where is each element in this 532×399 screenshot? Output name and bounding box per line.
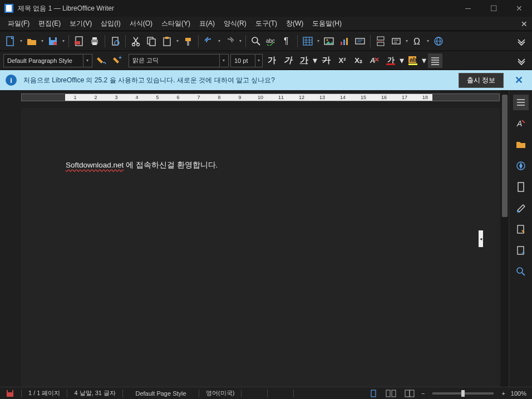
redo-icon[interactable] [223,34,237,48]
word-count-status[interactable]: 4 낱말, 31 글자 [72,389,118,397]
bold-button[interactable]: 가 [264,53,279,68]
manage-changes-icon[interactable] [513,221,529,237]
save-status-icon[interactable] [3,389,17,398]
menu-format[interactable]: 서식(O) [125,17,157,31]
page-panel-icon[interactable] [513,179,529,195]
font-name-input[interactable] [129,57,219,64]
zoom-in-button[interactable]: + [501,390,505,397]
styles-panel-icon[interactable]: A [513,116,529,131]
insert-text-box-icon[interactable] [353,34,367,48]
font-name-combo[interactable]: ▾ [129,54,229,67]
maximize-button[interactable]: ☐ [481,0,506,17]
paragraph-style-combo[interactable]: ▾ [3,54,92,67]
document-text[interactable]: Softdownload.net 에 접속하신걸 환영합니다. [66,160,455,170]
paragraph-style-input[interactable] [4,57,83,64]
save-dropdown[interactable]: ▾ [61,38,66,43]
spellcheck-icon[interactable]: abc [264,34,279,48]
language-status[interactable]: 영어(미국) [204,389,237,397]
insert-hyperlink-icon[interactable] [431,34,446,48]
menu-view[interactable]: 보기(V) [65,17,96,31]
clear-formatting-icon[interactable]: A [367,53,382,68]
menu-styles[interactable]: 스타일(Y) [157,17,195,31]
highlight-dropdown[interactable]: ▾ [422,55,426,66]
paste-dropdown[interactable]: ▾ [175,38,180,43]
underline-button[interactable]: 가 [297,53,311,68]
accessibility-check-icon[interactable]: + [513,243,529,258]
italic-button[interactable]: 가 [280,53,295,68]
new-dropdown[interactable]: ▾ [19,38,23,43]
info-close-button[interactable]: ✕ [511,74,526,86]
font-size-combo[interactable]: ▾ [230,54,263,67]
navigator-panel-icon[interactable] [513,158,529,174]
superscript-button[interactable]: X² [335,53,349,68]
formatting-overflow-icon[interactable] [514,53,529,68]
paste-icon[interactable] [160,34,174,48]
save-icon[interactable] [46,34,60,48]
menu-tools[interactable]: 도구(T) [251,17,282,31]
formatting-marks-icon[interactable]: ¶ [280,34,294,48]
page-style-status[interactable]: Default Page Style [127,390,194,397]
new-document-icon[interactable] [3,34,18,48]
print-icon[interactable] [87,34,102,48]
view-book-icon[interactable] [402,390,418,397]
highlight-color-icon[interactable]: ab [406,53,420,68]
view-multi-page-icon[interactable] [383,390,399,397]
insert-page-break-icon[interactable] [373,34,388,48]
zoom-out-button[interactable]: − [421,390,425,397]
close-document-button[interactable]: ✕ [521,19,528,28]
style-inspector-icon[interactable] [513,200,529,216]
vertical-scrollbar[interactable] [501,90,509,387]
toggle-print-preview-icon[interactable] [108,34,122,48]
find-panel-icon[interactable] [513,264,529,279]
font-size-dropdown[interactable]: ▾ [255,55,262,67]
insert-special-char-icon[interactable]: Ω [410,34,425,48]
table-dropdown[interactable]: ▾ [316,38,321,43]
font-color-icon[interactable]: 가 [383,53,398,68]
menu-table[interactable]: 표(A) [195,17,219,31]
menu-file[interactable]: 파일(F) [3,17,34,31]
menu-edit[interactable]: 편집(E) [34,17,65,31]
strikethrough-button[interactable]: 가 [319,53,333,68]
properties-panel-icon[interactable] [513,95,529,110]
page-scroll-area[interactable]: Softdownload.net 에 접속하신걸 환영합니다. [0,104,509,387]
export-pdf-icon[interactable] [72,34,86,48]
page[interactable]: Softdownload.net 에 접속하신걸 환영합니다. [21,108,500,387]
align-justify-button[interactable] [428,53,442,68]
update-style-icon[interactable] [94,53,109,68]
insert-field-icon[interactable] [389,34,403,48]
gallery-panel-icon[interactable] [513,137,529,152]
paragraph-style-dropdown[interactable]: ▾ [83,55,92,67]
font-color-dropdown[interactable]: ▾ [400,55,404,66]
zoom-slider[interactable] [432,392,494,395]
insert-table-icon[interactable] [301,34,315,48]
toolbar-overflow-icon[interactable] [514,34,529,48]
find-replace-icon[interactable] [249,34,263,48]
new-style-icon[interactable]: + [110,53,125,68]
open-icon[interactable] [24,34,39,48]
field-dropdown[interactable]: ▾ [405,38,409,43]
insert-image-icon[interactable] [322,34,336,48]
undo-icon[interactable] [201,34,216,48]
font-name-dropdown[interactable]: ▾ [219,55,228,67]
open-dropdown[interactable]: ▾ [40,38,45,43]
release-notes-button[interactable]: 출시 정보 [459,73,504,88]
sidebar-expand-handle[interactable]: ◂ [479,230,483,247]
minimize-button[interactable]: ─ [455,0,481,17]
insert-chart-icon[interactable] [337,34,352,48]
subscript-button[interactable]: X₂ [351,53,366,68]
undo-dropdown[interactable]: ▾ [217,38,221,43]
menu-insert[interactable]: 삽입(I) [96,17,125,31]
view-single-page-icon[interactable] [367,390,380,397]
redo-dropdown[interactable]: ▾ [238,38,243,43]
clone-formatting-icon[interactable] [181,34,195,48]
horizontal-ruler[interactable]: 123456789101112131415161718 [9,92,500,102]
zoom-level-status[interactable]: 100% [509,390,529,397]
cut-icon[interactable] [129,34,143,48]
underline-dropdown[interactable]: ▾ [313,55,317,66]
close-window-button[interactable]: ✕ [506,0,532,17]
page-number-status[interactable]: 1 / 1 페이지 [26,389,62,397]
copy-icon[interactable] [144,34,159,48]
menu-help[interactable]: 도움말(H) [308,17,346,31]
menu-form[interactable]: 양식(R) [219,17,251,31]
menu-window[interactable]: 창(W) [282,17,308,31]
